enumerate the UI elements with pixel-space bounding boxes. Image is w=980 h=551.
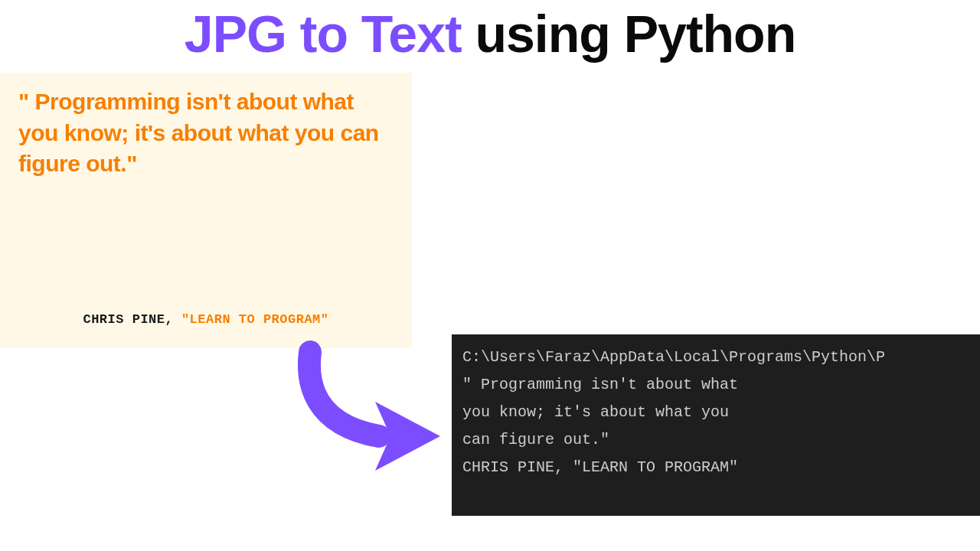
title-highlight: JPG to Text (185, 5, 462, 63)
title-rest: using Python (462, 5, 796, 63)
terminal-line: CHRIS PINE, "LEARN TO PROGRAM" (462, 454, 969, 481)
quote-card: " Programming isn't about what you know;… (0, 73, 412, 348)
quote-attribution: CHRIS PINE, "LEARN TO PROGRAM" (0, 312, 412, 327)
terminal-line: can figure out." (462, 426, 969, 454)
quote-book: "LEARN TO PROGRAM" (181, 312, 329, 327)
quote-author: CHRIS PINE, (83, 312, 181, 327)
terminal-line: you know; it's about what you (462, 399, 969, 426)
page-title: JPG to Text using Python (0, 0, 980, 64)
terminal-output: C:\Users\Faraz\AppData\Local\Programs\Py… (452, 334, 980, 516)
terminal-line: C:\Users\Faraz\AppData\Local\Programs\Py… (462, 344, 969, 371)
quote-text: " Programming isn't about what you know;… (18, 86, 394, 180)
terminal-line: " Programming isn't about what (462, 371, 969, 399)
arrow-icon (279, 337, 448, 474)
